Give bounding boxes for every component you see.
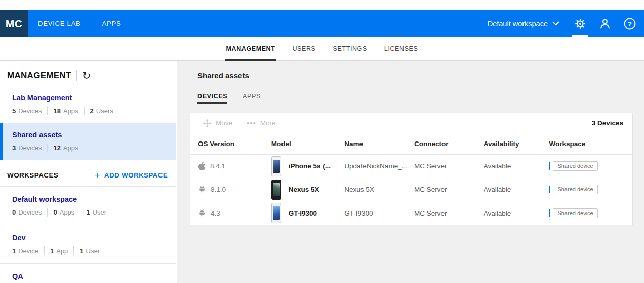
more-icon: ••• <box>247 119 256 127</box>
tab-users[interactable]: USERS <box>291 37 316 60</box>
column-header-availability: Availability <box>476 140 545 148</box>
table-header-row: OS Version Model Name Connector Availabi… <box>190 133 632 155</box>
help-button[interactable]: ? <box>621 10 638 37</box>
badge-accent-bar <box>549 209 550 217</box>
model-name: GT-I9300 <box>289 209 317 217</box>
badge-label: Shared device <box>553 161 597 171</box>
stat-label: App <box>56 247 68 255</box>
device-name: Nexus 5X <box>337 186 407 193</box>
stat-value: 2 <box>90 107 94 115</box>
table-row-gt-i9300[interactable]: 4.3 GT-I9300 GT-I9300 MC Server Availabl… <box>190 201 632 225</box>
sidebar-header: MANAGEMENT ↻ <box>0 61 176 86</box>
item-name: Lab Management <box>12 94 169 102</box>
stat-separator <box>84 107 85 115</box>
tab-licenses[interactable]: LICENSES <box>383 37 419 60</box>
stat-value: 0 <box>12 208 16 216</box>
stat-label: Apps <box>60 208 75 216</box>
app-window: MC DEVICE LAB APPS Default workspace <box>0 0 644 283</box>
connector: MC Server <box>407 186 476 193</box>
device-thumbnail <box>271 203 281 223</box>
add-workspace-label: ADD WORKSPACE <box>104 171 168 179</box>
gear-icon <box>574 18 586 30</box>
stat-label: Devices <box>18 144 42 152</box>
top-bar: MC DEVICE LAB APPS Default workspace <box>0 10 644 37</box>
stat-value: 0 <box>53 208 57 216</box>
more-label: More <box>260 119 276 127</box>
tab-devices[interactable]: DEVICES <box>197 93 227 104</box>
settings-gear-button[interactable] <box>572 10 588 37</box>
sidebar: MANAGEMENT ↻ Lab Management 5Devices 18A… <box>0 61 176 283</box>
person-icon <box>599 18 611 30</box>
move-icon <box>203 119 212 128</box>
badge-accent-bar <box>549 162 550 170</box>
stat-label: Users <box>96 107 113 115</box>
add-workspace-button[interactable]: + ADD WORKSPACE <box>94 171 168 179</box>
model-name: Nexus 5X <box>289 186 319 193</box>
android-icon <box>198 209 206 218</box>
os-version: 8.1.0 <box>211 186 226 193</box>
move-button[interactable]: Move <box>203 119 232 128</box>
mc-logo[interactable]: MC <box>0 10 28 37</box>
badge-accent-bar <box>549 186 550 193</box>
workspace-badge: Shared device <box>549 208 597 218</box>
top-nav-apps[interactable]: APPS <box>102 20 122 27</box>
availability: Available <box>476 162 545 170</box>
device-name: UpdateNickName_... <box>337 162 407 170</box>
stat-separator <box>44 246 45 255</box>
refresh-icon[interactable]: ↻ <box>82 70 91 81</box>
stat-value: 12 <box>53 144 60 152</box>
sidebar-item-default-workspace[interactable]: Default workspace 0Devices 0Apps 1User <box>0 187 176 225</box>
stat-label: Apps <box>63 144 78 152</box>
item-name: Shared assets <box>12 131 169 139</box>
item-name: Dev <box>12 234 169 242</box>
table-row-iphone-5s[interactable]: 8.4.1 iPhone 5s (... UpdateNickName_... … <box>190 155 632 178</box>
item-name: QA <box>12 272 169 280</box>
stat-label: Devices <box>18 208 42 216</box>
android-icon <box>198 185 206 194</box>
stat-value: 1 <box>86 208 90 216</box>
stat-separator <box>73 246 74 255</box>
stat-separator <box>47 144 48 152</box>
main-content: Shared assets DEVICES APPS <box>177 61 644 283</box>
top-nav: DEVICE LAB APPS <box>38 20 121 27</box>
sidebar-item-lab-management[interactable]: Lab Management 5Devices 18Apps 2Users <box>0 86 176 123</box>
sidebar-item-shared-assets[interactable]: Shared assets 3Devices 12Apps <box>0 123 176 160</box>
secondary-nav: MANAGEMENT USERS SETTINGS LICENSES <box>0 37 644 61</box>
stat-value: 1 <box>12 247 16 255</box>
user-profile-button[interactable] <box>596 10 613 37</box>
connector: MC Server <box>407 162 476 170</box>
column-header-name: Name <box>337 140 407 148</box>
column-header-model: Model <box>264 140 337 148</box>
stat-separator <box>80 208 80 217</box>
badge-label: Shared device <box>553 208 597 218</box>
os-version: 8.4.1 <box>210 162 225 170</box>
chevron-down-icon <box>552 21 559 26</box>
stat-value: 1 <box>79 247 83 255</box>
sidebar-item-dev[interactable]: Dev 1Device 1App 1User <box>0 225 176 264</box>
column-header-workspace: Workspace <box>545 140 632 148</box>
device-thumbnail <box>271 180 281 200</box>
apple-icon <box>198 162 206 170</box>
workspace-selector[interactable]: Default workspace <box>488 20 559 28</box>
stat-label: User <box>86 247 100 255</box>
help-icon: ? <box>623 17 636 30</box>
plus-icon: + <box>94 172 100 179</box>
stat-value: 18 <box>53 107 60 115</box>
sidebar-item-qa[interactable]: QA <box>0 264 176 283</box>
badge-label: Shared device <box>553 185 597 194</box>
top-nav-device-lab[interactable]: DEVICE LAB <box>38 20 81 27</box>
stat-value: 5 <box>12 107 16 115</box>
os-version: 4.3 <box>211 209 220 217</box>
tab-settings[interactable]: SETTINGS <box>332 37 368 60</box>
top-bar-right: Default workspace <box>488 10 644 37</box>
svg-text:?: ? <box>628 20 632 28</box>
tab-management[interactable]: MANAGEMENT <box>225 37 276 60</box>
devices-table-card: Move ••• More 3 Devices OS Version Model… <box>190 113 633 225</box>
workspace-badge: Shared device <box>549 185 597 194</box>
page-title: Shared assets <box>190 71 644 80</box>
workspaces-title: WORKSPACES <box>7 171 58 179</box>
table-row-nexus-5x[interactable]: 8.1.0 Nexus 5X Nexus 5X MC Server Availa… <box>190 178 632 201</box>
more-button[interactable]: ••• More <box>247 119 276 127</box>
workspace-badge: Shared device <box>549 161 597 171</box>
tab-apps[interactable]: APPS <box>243 93 261 104</box>
